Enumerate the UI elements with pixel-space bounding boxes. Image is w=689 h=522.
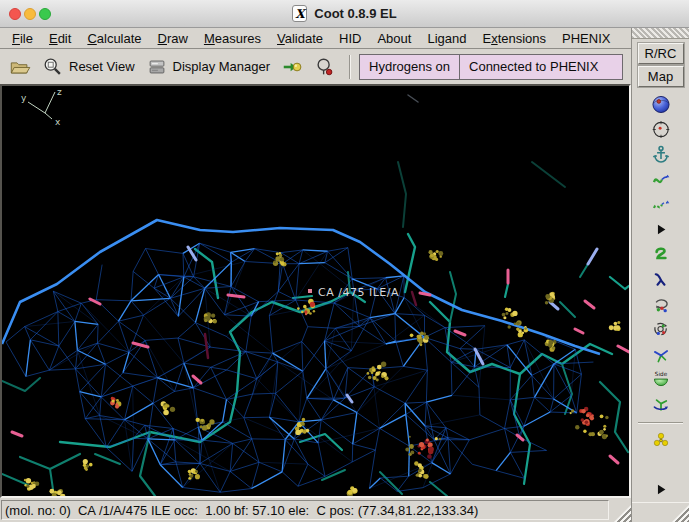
graphics-canvas[interactable]: zyxCA /475 ILE/A [0, 84, 631, 498]
toolbar: Reset View Display Manager Hydrogens on … [0, 49, 631, 84]
menubar: FileEditCalculateDrawMeasuresValidateHID… [0, 28, 631, 49]
scene-svg[interactable]: zyxCA /475 ILE/A [2, 86, 629, 496]
sidebar-toolbar: R/RC Map Side [631, 28, 689, 522]
rotamer-icon[interactable] [650, 319, 672, 340]
refine-zone-icon[interactable] [650, 169, 672, 190]
menu-item-calculate[interactable]: Calculate [79, 29, 149, 48]
open-coordinates-button[interactable] [5, 54, 35, 80]
real-space-refine-icon[interactable] [650, 244, 672, 265]
flip-peptide-icon[interactable] [650, 394, 672, 415]
phenix-connection-status[interactable]: Connected to PHENIX [459, 55, 622, 79]
window-title: Coot 0.8.9 EL [314, 6, 396, 21]
anchor-icon[interactable] [650, 144, 672, 165]
display-manager-icon [146, 56, 168, 78]
svg-text:y: y [21, 93, 27, 103]
bond-segments [12, 247, 629, 463]
menu-item-edit[interactable]: Edit [41, 29, 79, 48]
title-group: X Coot 0.8.9 EL [292, 5, 396, 22]
statusbar: (mol. no: 0) CA /1/A/475 ILE occ: 1.00 b… [0, 498, 631, 522]
reset-view-label: Reset View [69, 59, 135, 74]
toggle-strip: Hydrogens on Connected to PHENIX [359, 54, 623, 80]
add-atom-button[interactable] [310, 54, 340, 80]
sidebar-icons: Side [632, 94, 689, 502]
atom-label: CA /475 ILE/A [308, 286, 399, 299]
svg-text:Side: Side [654, 371, 667, 377]
menu-item-about[interactable]: About [369, 29, 419, 48]
magnifier-icon [42, 56, 64, 78]
hydrogens-toggle[interactable]: Hydrogens on [360, 55, 459, 79]
add-atom-icon [314, 56, 336, 78]
x11-app-icon: X [292, 5, 307, 22]
menu-item-ligand[interactable]: Ligand [419, 29, 474, 48]
sidebar-resize-grip[interactable] [672, 505, 689, 522]
sphere-icon[interactable] [650, 94, 672, 115]
svg-text:x: x [55, 117, 61, 127]
crosshair-icon[interactable] [650, 119, 672, 140]
display-manager-label: Display Manager [173, 59, 271, 74]
menu-item-measures[interactable]: Measures [196, 29, 269, 48]
window-titlebar[interactable]: X Coot 0.8.9 EL [0, 0, 689, 28]
expand-arrow-icon[interactable] [650, 219, 672, 240]
menu-item-extensions[interactable]: Extensions [474, 29, 554, 48]
expand-bottom-icon[interactable] [650, 479, 672, 500]
folder-icon [9, 56, 31, 78]
window-controls [9, 8, 51, 20]
edit-chi-icon[interactable] [650, 344, 672, 365]
menu-item-file[interactable]: File [4, 29, 41, 48]
rrc-button[interactable]: R/RC [638, 43, 684, 64]
density-mesh [2, 220, 600, 492]
reset-view-button[interactable]: Reset View [38, 54, 139, 80]
menu-item-validate[interactable]: Validate [269, 29, 331, 48]
model-sticks [2, 95, 629, 496]
regularize-icon[interactable] [650, 269, 672, 290]
statusbar-resize-grip[interactable] [614, 505, 631, 522]
mutate-icon[interactable] [650, 430, 672, 451]
status-frame: (mol. no: 0) CA /1/A/475 ILE occ: 1.00 b… [1, 500, 609, 520]
coot-window: X Coot 0.8.9 EL FileEditCalculateDrawMea… [0, 0, 689, 522]
side-chain-icon[interactable]: Side [650, 369, 672, 390]
toolbar-separator [349, 55, 350, 79]
close-button[interactable] [9, 8, 21, 20]
status-text: (mol. no: 0) CA /1/A/475 ILE occ: 1.00 b… [5, 503, 478, 518]
sidebar-drag-handle[interactable] [632, 28, 689, 39]
svg-text:CA /475 ILE/A: CA /475 ILE/A [318, 286, 399, 299]
sidebar-separator [638, 422, 684, 423]
menu-item-hid[interactable]: HID [331, 29, 369, 48]
minimize-button[interactable] [24, 8, 36, 20]
go-to-atom-icon [281, 56, 303, 78]
rotate-translate-icon[interactable] [650, 294, 672, 315]
svg-text:z: z [57, 87, 62, 97]
display-manager-button[interactable]: Display Manager [142, 54, 275, 80]
zoom-button[interactable] [39, 8, 51, 20]
refine-dashed-icon[interactable] [650, 194, 672, 215]
sidebar-bottom [632, 502, 689, 522]
menu-item-phenix[interactable]: PHENIX [554, 29, 618, 48]
go-to-atom-button[interactable] [277, 54, 307, 80]
menu-item-draw[interactable]: Draw [150, 29, 196, 48]
axes-indicator: zyx [21, 87, 62, 127]
map-button[interactable]: Map [638, 66, 684, 87]
